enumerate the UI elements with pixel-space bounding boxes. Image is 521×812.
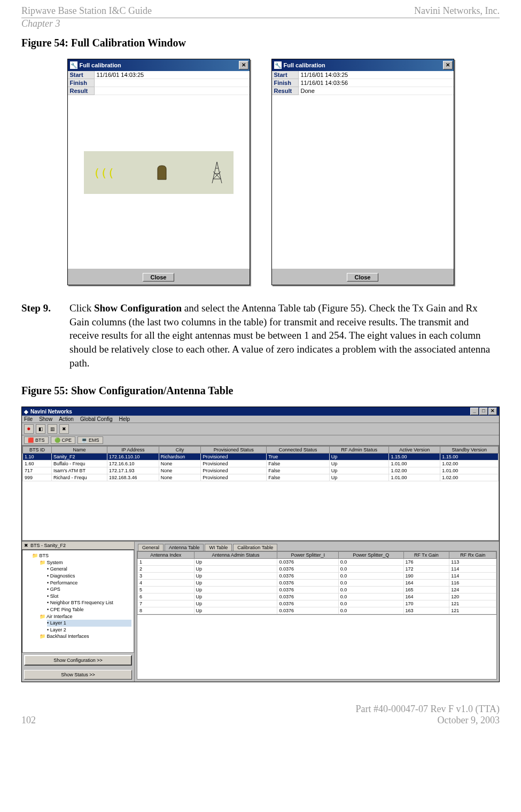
finish-value: 11/16/01 14:03:56 — [299, 79, 454, 87]
col-header[interactable]: Name — [51, 447, 107, 454]
config-tree[interactable]: BTS System GeneralDiagnosticsPerformance… — [22, 550, 134, 653]
tab-icon: 🟥 — [28, 438, 34, 443]
result-value — [95, 87, 250, 95]
table-row[interactable]: 7Up0.03760.0170121 — [138, 600, 496, 607]
tree-air-interface[interactable]: Air Interface Layer 1Layer 2 — [40, 613, 131, 634]
close-icon[interactable]: ✕ — [488, 408, 497, 415]
part-number: Part #40-00047-07 Rev F v1.0 (TTA) — [355, 704, 500, 714]
table-row[interactable]: 1Up0.03760.0176113 — [138, 559, 496, 566]
show-configuration-button[interactable]: Show Configuration >> — [24, 655, 132, 666]
minimize-icon[interactable]: _ — [470, 408, 479, 415]
result-value: Done — [299, 87, 454, 95]
signal-wave-icon: ((( — [94, 166, 115, 179]
toolbar-icon-4[interactable]: ✖ — [59, 424, 69, 434]
finish-label: Finish — [272, 79, 299, 87]
col-header[interactable]: Power Splitter_Q — [338, 552, 403, 559]
window-title: Full calibration — [80, 62, 121, 68]
tab-icon: 🟢 — [55, 438, 60, 443]
page-number: 102 — [21, 715, 36, 726]
bts-table[interactable]: BTS IDNameIP AddressCityProvisioned Stat… — [22, 446, 499, 481]
col-header[interactable]: RF Rx Gain — [449, 552, 496, 559]
table-row[interactable]: 999Richard - Frequ192.168.3.46NoneProvis… — [23, 474, 499, 481]
tab-antenna-table[interactable]: Antenna Table — [165, 544, 204, 551]
tree-item[interactable]: Slot — [47, 593, 131, 600]
table-row[interactable]: 1.60Buffalo - Frequ172.16.6.10NoneProvis… — [23, 460, 499, 467]
finish-value — [95, 79, 250, 87]
table-row[interactable]: 717Isam's ATM BT172.17.1.93NoneProvision… — [23, 467, 499, 474]
figure-54-caption: Figure 54: Full Calibration Window — [21, 37, 500, 49]
col-header[interactable]: BTS ID — [23, 447, 52, 454]
col-header[interactable]: Antenna Index — [138, 552, 195, 559]
figure-55-caption: Figure 55: Show Configuration/Antenna Ta… — [21, 385, 500, 397]
col-header[interactable]: Standby Version — [440, 447, 499, 454]
finish-label: Finish — [68, 79, 95, 87]
table-row[interactable]: 5Up0.03760.0165124 — [138, 587, 496, 594]
server-tab-ems[interactable]: 💻EMS — [77, 436, 103, 444]
panel-close-icon[interactable]: ✖ — [24, 543, 28, 548]
tree-item[interactable]: GPS — [47, 586, 131, 593]
toolbar-icon-3[interactable]: ▥ — [48, 424, 57, 434]
close-icon[interactable]: ✕ — [443, 61, 453, 69]
wrench-icon: 🔧 — [70, 61, 77, 69]
tree-item[interactable]: CPE Ping Table — [47, 606, 131, 613]
tree-item[interactable]: Layer 1 — [47, 620, 131, 627]
toolbar-icon-2[interactable]: ◧ — [36, 424, 45, 434]
panel-label: BTS - Sanity_F2 — [30, 543, 66, 548]
tree-system[interactable]: System GeneralDiagnosticsPerformanceGPSS… — [40, 559, 131, 613]
tab-general[interactable]: General — [138, 544, 164, 551]
menu-action[interactable]: Action — [59, 416, 74, 422]
tree-item[interactable]: Layer 2 — [47, 627, 131, 634]
tab-wi-table[interactable]: WI Table — [205, 544, 232, 551]
start-label: Start — [68, 71, 95, 79]
server-tab-cpe[interactable]: 🟢CPE — [51, 436, 76, 444]
menu-help[interactable]: Help — [119, 416, 130, 422]
maximize-icon[interactable]: □ — [479, 408, 488, 415]
tree-item[interactable]: Diagnostics — [47, 573, 131, 580]
antenna-table[interactable]: Antenna IndexAntenna Admin StatusPower S… — [137, 551, 496, 614]
tree-item[interactable]: Neighbor BTS Frequency List — [47, 599, 131, 606]
start-value: 11/16/01 14:03:25 — [299, 71, 454, 79]
col-header[interactable]: Antenna Admin Status — [194, 552, 277, 559]
close-button[interactable]: Close — [143, 273, 175, 282]
col-header[interactable]: Active Version — [389, 447, 440, 454]
wrench-icon: 🔧 — [274, 61, 282, 69]
modem-icon — [155, 163, 168, 182]
calibration-animation: ((( — [84, 151, 234, 194]
menu-global-config[interactable]: Global Config — [80, 416, 113, 422]
tree-item[interactable]: Performance — [47, 580, 131, 587]
server-tab-bts[interactable]: 🟥BTS — [24, 436, 49, 444]
result-label: Result — [272, 87, 299, 95]
tree-backhaul[interactable]: Backhaul Interfaces — [40, 633, 131, 640]
col-header[interactable]: City — [159, 447, 201, 454]
doc-title-left: Ripwave Base Station I&C Guide — [21, 5, 152, 17]
window-title: Full calibration — [284, 62, 325, 68]
table-row[interactable]: 3Up0.03760.0190114 — [138, 573, 496, 580]
table-row[interactable]: 6Up0.03760.0164120 — [138, 594, 496, 600]
menu-file[interactable]: File — [24, 416, 33, 422]
navini-networks-window: ◆ Navini Networks _ □ ✕ FileShowActionGl… — [21, 407, 500, 682]
start-value: 11/16/01 14:03:25 — [95, 71, 250, 79]
menu-show[interactable]: Show — [39, 416, 52, 422]
col-header[interactable]: Connected Status — [267, 447, 330, 454]
tree-bts[interactable]: BTS System GeneralDiagnosticsPerformance… — [32, 552, 131, 640]
tree-item[interactable]: General — [47, 566, 131, 573]
show-status-button[interactable]: Show Status >> — [24, 670, 132, 680]
full-calibration-window-start: 🔧 Full calibration ✕ Start 11/16/01 14:0… — [67, 59, 250, 285]
table-row[interactable]: 1.10Sanity_F2172.16.110.10RichardsonProv… — [23, 454, 499, 460]
chapter-label: Chapter 3 — [21, 18, 500, 29]
col-header[interactable]: Power Splitter_I — [277, 552, 338, 559]
col-header[interactable]: RF Admin Status — [329, 447, 389, 454]
table-row[interactable]: 4Up0.03760.0164116 — [138, 580, 496, 587]
toolbar-icon-1[interactable]: ✸ — [24, 424, 34, 434]
close-icon[interactable]: ✕ — [239, 61, 248, 69]
col-header[interactable]: RF Tx Gain — [403, 552, 449, 559]
result-label: Result — [68, 87, 95, 95]
tab-calibration-table[interactable]: Calibration Table — [233, 544, 277, 551]
col-header[interactable]: IP Address — [107, 447, 159, 454]
app-title: Navini Networks — [30, 409, 72, 415]
col-header[interactable]: Provisioned Status — [201, 447, 267, 454]
footer-date: October 9, 2003 — [438, 715, 500, 725]
close-button[interactable]: Close — [347, 273, 379, 282]
table-row[interactable]: 2Up0.03760.0172114 — [138, 566, 496, 573]
table-row[interactable]: 8Up0.03760.0163121 — [138, 607, 496, 614]
